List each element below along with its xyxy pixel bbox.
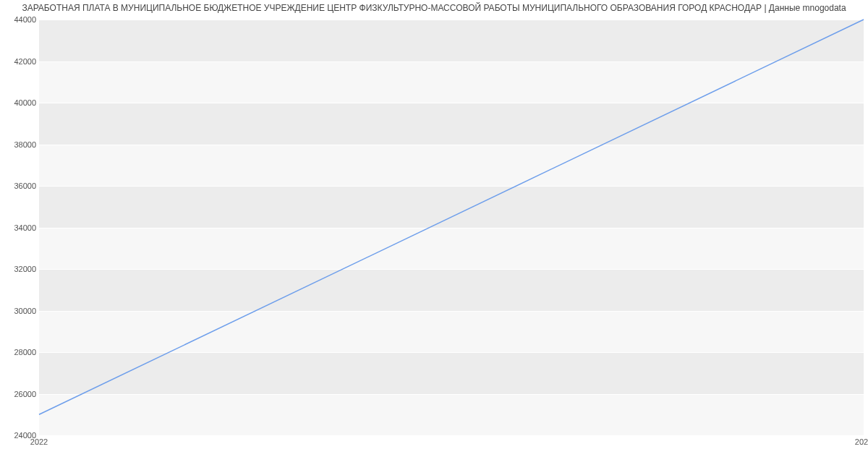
y-tick-label: 40000 (4, 98, 36, 107)
y-tick-label: 32000 (4, 265, 36, 273)
y-tick-label: 30000 (4, 307, 36, 315)
chart-line-svg (39, 20, 864, 435)
y-tick-label: 42000 (4, 57, 36, 66)
x-tick-label: 2022 (30, 437, 48, 446)
y-tick-label: 28000 (4, 348, 36, 356)
chart-container: ЗАРАБОТНАЯ ПЛАТА В МУНИЦИПАЛЬНОЕ БЮДЖЕТН… (0, 0, 868, 470)
y-tick-label: 36000 (4, 181, 36, 190)
chart-title: ЗАРАБОТНАЯ ПЛАТА В МУНИЦИПАЛЬНОЕ БЮДЖЕТН… (0, 0, 868, 16)
y-tick-label: 38000 (4, 140, 36, 149)
grid-line (39, 435, 864, 436)
y-tick-label: 26000 (4, 390, 36, 398)
x-tick-label: 2025 (855, 437, 868, 446)
data-line (39, 20, 864, 414)
plot-area (39, 20, 864, 436)
y-tick-label: 44000 (4, 15, 36, 24)
y-tick-label: 34000 (4, 223, 36, 232)
